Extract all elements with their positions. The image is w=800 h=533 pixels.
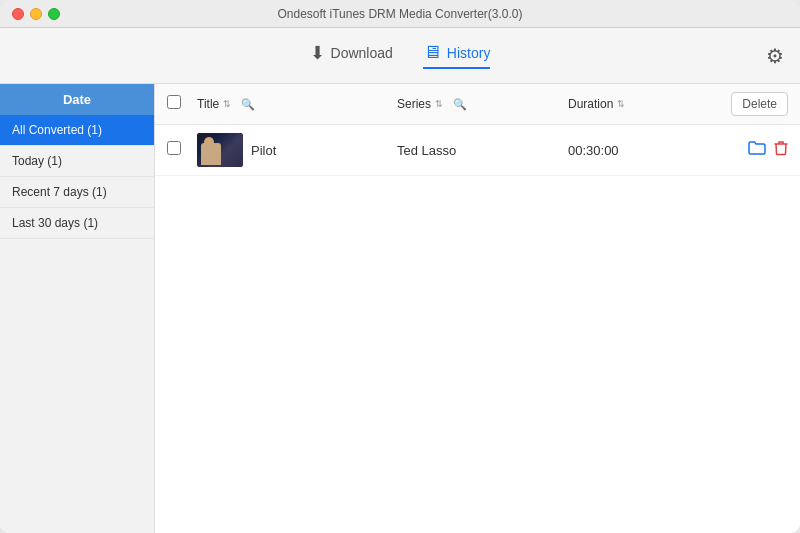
maximize-button[interactable] [48, 8, 60, 20]
minimize-button[interactable] [30, 8, 42, 20]
monitor-icon: 🖥 [423, 42, 441, 63]
history-tab-label: History [447, 45, 491, 61]
title-sort-icon: ⇅ [223, 99, 231, 109]
table-header: Title ⇅ 🔍 Series ⇅ 🔍 Duration ⇅ Delete [155, 84, 800, 125]
header-actions-cell: Delete [688, 92, 788, 116]
main-area: Date All Converted (1) Today (1) Recent … [0, 84, 800, 533]
row-duration-cell: 00:30:00 [568, 143, 688, 158]
settings-button[interactable]: ⚙ [766, 44, 784, 68]
series-sort-icon: ⇅ [435, 99, 443, 109]
tab-download[interactable]: ⬇ Download [310, 42, 393, 70]
sidebar: Date All Converted (1) Today (1) Recent … [0, 84, 155, 533]
series-search-icon[interactable]: 🔍 [453, 98, 467, 111]
table-row: Pilot Ted Lasso 00:30:00 [155, 125, 800, 176]
select-all-checkbox[interactable] [167, 95, 181, 109]
titlebar: Ondesoft iTunes DRM Media Converter(3.0.… [0, 0, 800, 28]
title-search-icon[interactable]: 🔍 [241, 98, 255, 111]
close-button[interactable] [12, 8, 24, 20]
toolbar: ⬇ Download 🖥 History ⚙ [0, 28, 800, 84]
column-series[interactable]: Series ⇅ 🔍 [397, 97, 568, 111]
sidebar-item-today[interactable]: Today (1) [0, 146, 154, 177]
thumbnail-figure-body [201, 143, 221, 165]
row-title-cell: Pilot [197, 133, 397, 167]
sidebar-item-recent-7[interactable]: Recent 7 days (1) [0, 177, 154, 208]
download-tab-label: Download [331, 45, 393, 61]
row-title-label: Pilot [251, 143, 276, 158]
header-checkbox-cell [167, 95, 197, 113]
delete-button[interactable]: Delete [731, 92, 788, 116]
thumbnail-image [197, 133, 243, 167]
gear-icon: ⚙ [766, 45, 784, 67]
tab-history[interactable]: 🖥 History [423, 42, 491, 69]
row-series-cell: Ted Lasso [397, 143, 568, 158]
row-checkbox-cell [167, 141, 197, 159]
open-folder-icon[interactable] [748, 141, 766, 159]
duration-sort-icon: ⇅ [617, 99, 625, 109]
download-icon: ⬇ [310, 42, 325, 64]
toolbar-tabs: ⬇ Download 🖥 History [310, 42, 491, 70]
content-area: Title ⇅ 🔍 Series ⇅ 🔍 Duration ⇅ Delete [155, 84, 800, 533]
thumbnail [197, 133, 243, 167]
row-checkbox[interactable] [167, 141, 181, 155]
sidebar-item-all-converted[interactable]: All Converted (1) [0, 115, 154, 146]
column-title[interactable]: Title ⇅ 🔍 [197, 97, 397, 111]
row-actions-cell [688, 140, 788, 160]
delete-row-icon[interactable] [774, 140, 788, 160]
window-controls [12, 8, 60, 20]
sidebar-item-last-30[interactable]: Last 30 days (1) [0, 208, 154, 239]
column-duration[interactable]: Duration ⇅ [568, 97, 688, 111]
sidebar-header: Date [0, 84, 154, 115]
app-title: Ondesoft iTunes DRM Media Converter(3.0.… [278, 7, 523, 21]
